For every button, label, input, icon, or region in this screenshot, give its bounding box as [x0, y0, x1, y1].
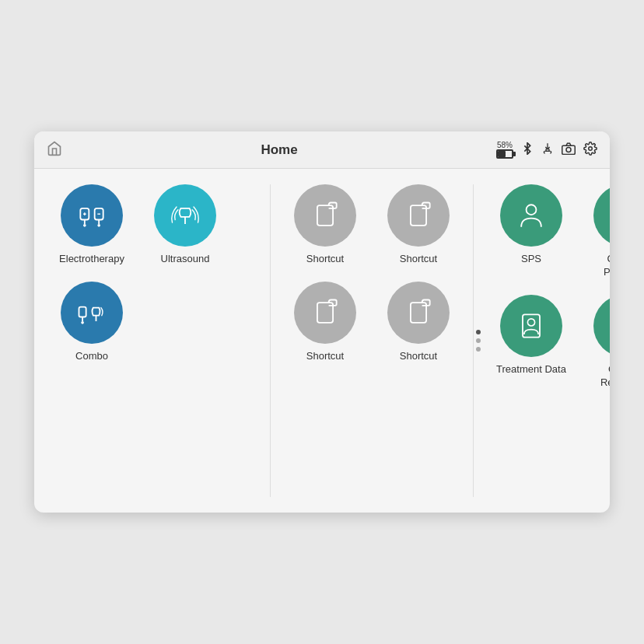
right-panel: SPS Custom Protocols	[474, 184, 610, 497]
settings-icon[interactable]	[583, 142, 597, 159]
shortcut2-label: Shortcut	[400, 253, 437, 266]
svg-point-4	[589, 146, 593, 150]
app-shortcut-2[interactable]: Shortcut	[380, 184, 457, 266]
header-right: 58%	[496, 141, 597, 159]
shortcut2-icon-circle	[387, 184, 450, 247]
svg-rect-15	[79, 307, 86, 317]
home-icon[interactable]	[47, 141, 62, 159]
sps-icon-circle	[500, 184, 562, 247]
app-custom-protocols[interactable]: Custom Protocols	[586, 184, 610, 279]
shortcut4-icon-circle	[387, 282, 450, 344]
battery-info: 58%	[496, 141, 513, 159]
svg-point-28	[527, 319, 534, 326]
svg-point-3	[566, 147, 571, 152]
sps-label: SPS	[521, 253, 541, 266]
middle-row-1: Shortcut Shortcut	[286, 184, 457, 266]
shortcut4-label: Shortcut	[400, 350, 437, 363]
left-panel: Electrotherapy	[53, 184, 271, 497]
clinical-resources-label: Clinical Resources	[586, 363, 610, 390]
battery-percent: 58%	[497, 141, 513, 149]
app-combo[interactable]: Combo	[53, 282, 131, 363]
scroll-dots	[476, 330, 481, 352]
custom-protocols-label: Custom Protocols	[586, 253, 610, 279]
app-clinical-resources[interactable]: Clinical Resources	[586, 295, 610, 390]
app-shortcut-3[interactable]: Shortcut	[286, 282, 364, 363]
svg-point-17	[81, 321, 84, 324]
left-row-1: Electrotherapy	[53, 184, 251, 266]
middle-row-2: Shortcut Shortcut	[286, 282, 457, 363]
scroll-dot-3	[476, 347, 481, 352]
device-frame: Home 58%	[34, 131, 610, 513]
treatment-data-icon-circle	[500, 295, 562, 357]
right-row-1: SPS Custom Protocols	[492, 184, 610, 279]
ultrasound-label: Ultrasound	[161, 253, 210, 266]
shortcut1-label: Shortcut	[306, 253, 344, 266]
usb-icon	[541, 142, 554, 157]
app-shortcut-1[interactable]: Shortcut	[286, 184, 364, 266]
page-title: Home	[62, 142, 496, 158]
combo-label: Combo	[75, 350, 108, 363]
svg-point-9	[83, 224, 86, 227]
custom-protocols-icon-circle	[593, 184, 610, 247]
right-row-2: Treatment Data Clinical Resources	[492, 295, 610, 390]
shortcut3-icon-circle	[294, 282, 356, 344]
shortcut1-icon-circle	[294, 184, 356, 247]
scroll-dot-1	[476, 330, 481, 334]
electrotherapy-icon-circle	[61, 184, 123, 247]
treatment-data-label: Treatment Data	[496, 363, 566, 376]
app-treatment-data[interactable]: Treatment Data	[492, 295, 570, 390]
svg-point-10	[97, 224, 100, 227]
electrotherapy-label: Electrotherapy	[59, 253, 124, 266]
clinical-resources-icon-circle	[593, 295, 610, 357]
battery-icon	[496, 149, 513, 159]
combo-icon-circle	[61, 282, 123, 344]
ultrasound-icon-circle	[154, 184, 216, 247]
scroll-dot-2	[476, 338, 481, 343]
svg-point-23	[527, 205, 537, 215]
app-sps[interactable]: SPS	[492, 184, 570, 279]
shortcut3-label: Shortcut	[306, 350, 344, 363]
app-electrotherapy[interactable]: Electrotherapy	[53, 184, 131, 266]
app-shortcut-4[interactable]: Shortcut	[380, 282, 457, 363]
header: Home 58%	[34, 131, 610, 169]
middle-panel: Shortcut Shortcut	[271, 184, 474, 497]
left-row-2: Combo	[53, 282, 251, 363]
app-ultrasound[interactable]: Ultrasound	[146, 184, 224, 266]
camera-icon[interactable]	[562, 142, 576, 158]
bluetooth-icon	[521, 142, 534, 158]
main-content: Electrotherapy	[34, 169, 610, 513]
